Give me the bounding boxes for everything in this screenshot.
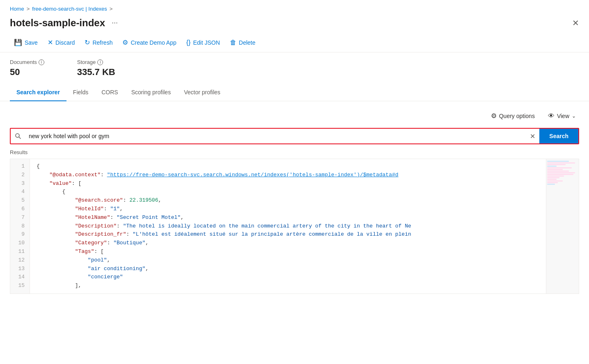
page-title: hotels-sample-index [10,17,105,29]
storage-label: Storage [77,59,96,65]
code-line-3: "value": [ [37,180,546,188]
delete-button[interactable]: 🗑 Delete [226,36,259,49]
code-content: { "@odata.context": "https://free-demo-s… [30,159,546,293]
search-icon [11,129,25,143]
svg-line-1 [19,137,21,139]
code-line-15: ], [37,282,546,290]
tab-cors[interactable]: CORS [95,84,124,101]
code-line-9: "Description_fr": "L'hôtel est idéalemen… [37,230,546,239]
documents-label: Documents [10,59,37,65]
breadcrumb-service[interactable]: free-demo-search-svc | Indexes [32,6,107,12]
storage-stat: Storage i 335.7 KB [77,59,115,77]
search-top-row: ⚙ Query options 👁 View ⌄ [10,109,579,122]
storage-info-icon[interactable]: i [97,59,103,65]
refresh-icon: ↻ [85,39,90,46]
code-line-13: "air conditioning", [37,265,546,273]
code-line-6: "HotelId": "1", [37,205,546,214]
eye-icon: 👁 [548,112,555,120]
code-line-2: "@odata.context": "https://free-demo-sea… [37,171,546,180]
save-icon: 💾 [14,39,22,46]
create-demo-icon: ⚙ [122,39,128,46]
delete-icon: 🗑 [230,39,236,46]
more-options-button[interactable]: ··· [109,17,120,29]
stats-section: Documents i 50 Storage i 335.7 KB [0,52,589,84]
breadcrumb-sep1: > [27,6,30,12]
code-line-4: { [37,188,546,196]
tab-bar: Search explorer Fields CORS Scoring prof… [0,84,589,101]
header-left: hotels-sample-index ··· [10,17,120,29]
search-input[interactable] [25,129,526,143]
save-label: Save [25,39,38,46]
breadcrumb: Home > free-demo-search-svc | Indexes > [0,0,589,15]
code-line-11: "Tags": [ [37,248,546,256]
code-line-14: "concierge" [37,273,546,282]
create-demo-button[interactable]: ⚙ Create Demo App [118,36,180,49]
code-line-12: "pool", [37,256,546,265]
query-options-button[interactable]: ⚙ Query options [488,109,538,122]
tab-fields[interactable]: Fields [66,84,95,101]
code-line-10: "Category": "Boutique", [37,239,546,248]
discard-label: Discard [55,39,75,46]
edit-json-button[interactable]: {} Edit JSON [182,36,224,49]
code-area: 1 2 3 4 5 6 7 8 9 10 11 12 13 14 15 { "@… [10,159,579,294]
breadcrumb-sep2: > [110,6,113,12]
documents-stat: Documents i 50 [10,59,44,77]
code-line-5: "@search.score": 22.319506, [37,196,546,205]
line-numbers: 1 2 3 4 5 6 7 8 9 10 11 12 13 14 15 [10,159,30,293]
tab-vector-profiles[interactable]: Vector profiles [177,84,227,101]
tab-search-explorer[interactable]: Search explorer [10,84,66,101]
save-button[interactable]: 💾 Save [10,36,42,49]
code-line-1: { [37,162,546,171]
search-submit-button[interactable]: Search [539,129,578,143]
search-area: ⚙ Query options 👁 View ⌄ ✕ Search [0,101,589,149]
toolbar: 💾 Save ✕ Discard ↻ Refresh ⚙ Create Demo… [0,33,589,52]
minimap [546,159,579,293]
documents-value: 50 [10,67,44,77]
refresh-label: Refresh [92,39,112,46]
results-section: Results 1 2 3 4 5 6 7 8 9 10 11 12 13 14… [0,149,589,294]
storage-label-row: Storage i [77,59,115,65]
create-demo-label: Create Demo App [131,39,176,46]
svg-point-0 [16,134,19,137]
delete-label: Delete [239,39,255,46]
discard-icon: ✕ [48,39,53,46]
discard-button[interactable]: ✕ Discard [44,36,79,49]
documents-label-row: Documents i [10,59,44,65]
code-line-8: "Description": "The hotel is ideally loc… [37,222,546,231]
refresh-button[interactable]: ↻ Refresh [80,36,117,49]
page-header: hotels-sample-index ··· ✕ [0,15,589,33]
documents-info-icon[interactable]: i [39,59,44,65]
edit-json-icon: {} [186,39,191,46]
results-label: Results [10,149,579,155]
tab-scoring-profiles[interactable]: Scoring profiles [125,84,178,101]
breadcrumb-home[interactable]: Home [10,6,24,12]
view-label: View [557,113,569,119]
storage-value: 335.7 KB [77,67,115,77]
query-options-label: Query options [499,113,535,119]
edit-json-label: Edit JSON [193,39,220,46]
search-clear-button[interactable]: ✕ [526,129,539,143]
code-line-7: "HotelName": "Secret Point Motel", [37,214,546,222]
search-bar: ✕ Search [10,128,579,144]
chevron-down-icon: ⌄ [572,113,576,119]
gear-icon: ⚙ [491,112,497,120]
view-button[interactable]: 👁 View ⌄ [545,110,579,122]
close-button[interactable]: ✕ [572,18,579,28]
